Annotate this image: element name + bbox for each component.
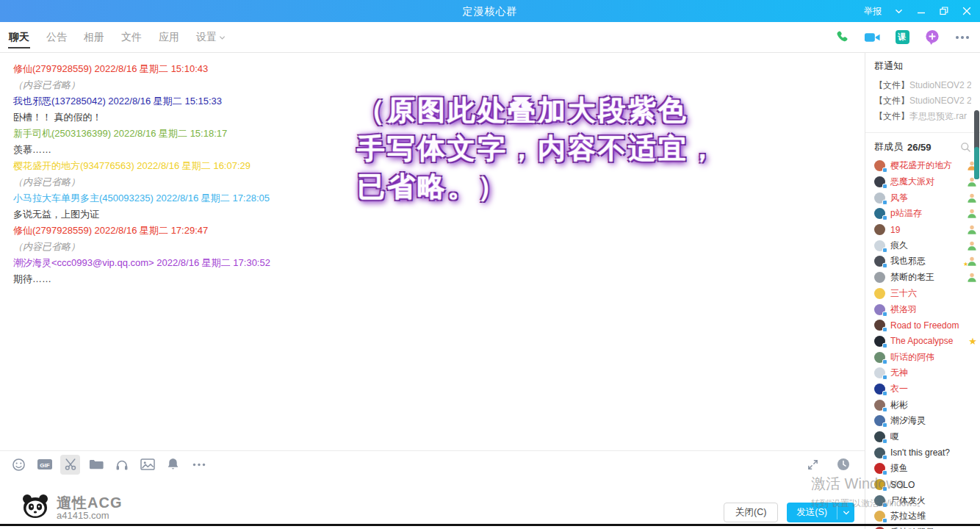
group-sidebar: 群通知 【文件】StudioNEOV2 2022-0...【文件】StudioN… <box>865 53 980 529</box>
add-app-icon[interactable] <box>923 29 941 46</box>
member-row[interactable]: 嗄 <box>874 429 977 445</box>
report-button[interactable]: 举报 <box>864 5 882 18</box>
tab-albums[interactable]: 相册 <box>82 22 106 52</box>
avatar-badge-icon <box>882 248 887 253</box>
titlebar: 定漫核心群 举报 <box>0 0 980 22</box>
member-row[interactable]: 摸鱼 <box>874 461 977 477</box>
member-row[interactable]: 无神 <box>874 365 977 381</box>
bell-icon[interactable] <box>163 455 183 475</box>
member-name: 19 <box>890 225 959 235</box>
minimize-icon[interactable] <box>915 5 927 17</box>
close-icon[interactable] <box>961 5 973 17</box>
member-row[interactable]: 19 <box>874 222 977 238</box>
avatar-badge-icon <box>882 503 887 508</box>
member-row[interactable]: The Apocalypse★ <box>874 334 977 350</box>
member-row[interactable]: 樱花盛开的地方 <box>874 158 977 174</box>
file-name: StudioNEOV2 2022-0... <box>909 96 971 106</box>
member-avatar <box>874 384 885 395</box>
status-online-person-icon <box>965 225 977 234</box>
member-row[interactable]: 苏拉达维 <box>874 508 977 525</box>
more-icon[interactable] <box>189 455 209 475</box>
tab-apps[interactable]: 应用 <box>157 22 181 52</box>
member-row[interactable]: SOLO <box>874 477 977 493</box>
more-actions-icon[interactable] <box>954 29 971 46</box>
message-text: 卧槽！！ 真的假的！ <box>13 109 851 126</box>
tab-label: 聊天 <box>9 31 29 44</box>
member-avatar <box>874 176 885 187</box>
member-row[interactable]: 风筝 <box>874 190 977 206</box>
member-row[interactable]: 衣一 <box>874 381 977 397</box>
member-avatar <box>874 160 885 171</box>
gif-icon[interactable]: GIF <box>35 455 54 475</box>
message-text: 羡慕…… <box>13 142 851 158</box>
member-row[interactable]: 禁断的老王 <box>874 270 977 286</box>
member-row[interactable]: 听话的阿伟 <box>874 349 977 365</box>
message-sender[interactable]: 小马拉大车单男多主(450093235) <box>13 192 154 204</box>
emoji-icon[interactable] <box>9 455 29 475</box>
screenshot-icon[interactable] <box>60 455 80 475</box>
avatar-badge-icon <box>882 439 887 444</box>
titlebar-chevron-down-icon[interactable] <box>893 5 904 17</box>
voice-call-icon[interactable] <box>833 29 851 46</box>
status-online-person-star-icon: ★ <box>965 256 977 266</box>
expand-icon[interactable] <box>803 455 823 475</box>
member-row[interactable]: 三十六 <box>874 286 977 302</box>
avatar-badge-icon <box>882 200 887 205</box>
folder-icon[interactable] <box>86 455 106 475</box>
message-header: 修仙(2797928559) 2022/8/16 星期二 15:10:43 <box>13 61 851 77</box>
tab-label: 相册 <box>84 31 104 44</box>
member-name: 潮汐海灵 <box>890 414 959 427</box>
send-options-chevron-icon[interactable] <box>837 503 854 522</box>
group-classroom-icon[interactable]: 课 <box>893 29 911 46</box>
avatar-badge-icon <box>882 312 887 317</box>
member-row[interactable]: 祺洛羽 <box>874 301 977 317</box>
member-row[interactable]: 尸体发火 <box>874 492 977 508</box>
message-text-redacted: （内容已省略） <box>13 174 851 190</box>
member-row[interactable]: 痕久 <box>874 237 977 253</box>
notice-file-item[interactable]: 【文件】StudioNEOV2 2022-0... <box>874 78 971 93</box>
member-avatar <box>874 192 885 204</box>
message-sender[interactable]: 潮汐海灵<ccc0993@vip.qq.com> <box>13 257 154 268</box>
message-sender[interactable]: 修仙(2797928559) <box>13 225 92 236</box>
message-sender[interactable]: 樱花盛开的地方(934776563) <box>13 160 134 171</box>
avatar-badge-icon <box>882 455 887 460</box>
member-row[interactable]: p站温存 <box>874 206 977 222</box>
group-header: 聊天公告相册文件应用设置 课 <box>0 22 980 53</box>
message-header: 樱花盛开的地方(934776563) 2022/8/16 星期二 16:07:2… <box>13 158 851 174</box>
member-row[interactable]: 彬彬 <box>874 397 977 413</box>
member-name: 我也邪恶 <box>890 255 959 267</box>
member-name: SOLO <box>890 480 959 490</box>
message-text-redacted: （内容已省略） <box>13 239 851 255</box>
member-avatar <box>874 304 885 315</box>
tab-files[interactable]: 文件 <box>120 22 143 52</box>
member-search-icon[interactable] <box>960 142 971 153</box>
restore-icon[interactable] <box>938 5 950 17</box>
send-button[interactable]: 发送(S) <box>787 503 854 522</box>
close-button[interactable]: 关闭(C) <box>724 503 778 522</box>
message-sender[interactable]: 新手司机(2503136399) <box>13 128 111 139</box>
member-row[interactable]: 恶魔大派对 <box>874 174 977 190</box>
notice-file-item[interactable]: 【文件】StudioNEOV2 2022-0... <box>874 93 971 109</box>
message-sender[interactable]: 修仙(2797928559) <box>13 63 92 74</box>
member-avatar <box>874 208 885 219</box>
tab-announcements[interactable]: 公告 <box>45 22 68 52</box>
tab-chat[interactable]: 聊天 <box>7 22 31 52</box>
message-timestamp: 2022/8/16 星期二 15:18:17 <box>111 128 227 139</box>
member-row[interactable]: Road to Freedom <box>874 317 977 334</box>
image-icon[interactable] <box>137 455 157 475</box>
tab-bar: 聊天公告相册文件应用设置 <box>7 22 227 52</box>
music-icon[interactable] <box>112 455 131 475</box>
member-list-scrollbar[interactable] <box>974 110 979 179</box>
tab-chevron-down-icon <box>219 32 226 43</box>
tab-settings[interactable]: 设置 <box>195 22 227 52</box>
member-row[interactable]: Isn't this great? <box>874 445 977 461</box>
member-row[interactable]: 我也邪恶★ <box>874 253 977 270</box>
header-actions: 课 <box>833 29 971 46</box>
file-name: 李思思预览.rar <box>909 111 967 121</box>
member-row[interactable]: 潮汐海灵 <box>874 413 977 429</box>
notice-file-item[interactable]: 【文件】李思思预览.rar <box>874 109 971 124</box>
history-icon[interactable] <box>833 455 853 475</box>
message-sender[interactable]: 我也邪恶(137285042) <box>13 96 106 107</box>
member-avatar <box>874 447 885 458</box>
video-call-icon[interactable] <box>863 29 881 46</box>
